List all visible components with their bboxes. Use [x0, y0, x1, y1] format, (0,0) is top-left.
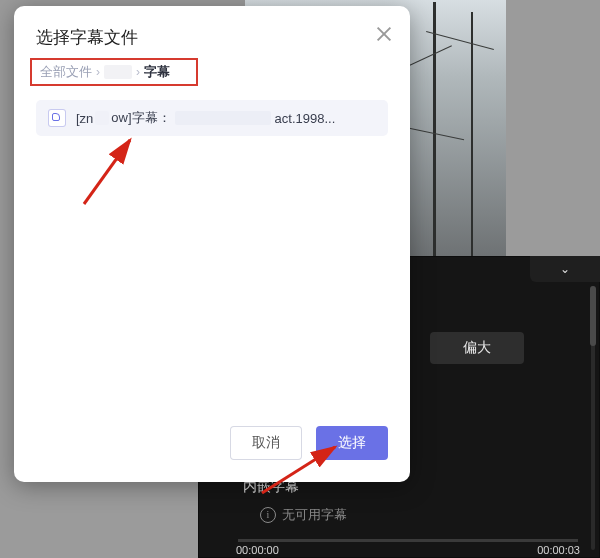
chevron-down-icon: ⌄	[560, 262, 570, 276]
breadcrumb-leaf: 字幕	[144, 63, 170, 81]
timeline-start-label: 00:00:00	[236, 544, 279, 556]
timeline[interactable]: 00:00:00 00:00:03	[238, 528, 578, 552]
chevron-right-icon: ›	[136, 65, 140, 79]
select-label: 选择	[338, 434, 366, 452]
subtitle-file-row[interactable]: [zn ow]字幕： act.1998...	[36, 100, 388, 136]
subtitle-file-icon	[48, 109, 66, 127]
info-icon: i	[260, 507, 276, 523]
select-button[interactable]: 选择	[316, 426, 388, 460]
dialog-title: 选择字幕文件	[36, 26, 138, 49]
breadcrumb-root[interactable]: 全部文件	[40, 63, 92, 81]
font-size-button[interactable]: 偏大	[430, 332, 524, 364]
panel-scrollbar[interactable]	[588, 286, 598, 550]
no-subtitle-row: i 无可用字幕	[260, 506, 347, 524]
cancel-button[interactable]: 取消	[230, 426, 302, 460]
breadcrumb-item-masked[interactable]	[104, 65, 132, 79]
panel-collapse-button[interactable]: ⌄	[530, 256, 600, 282]
timeline-track[interactable]	[238, 539, 578, 542]
chevron-right-icon: ›	[96, 65, 100, 79]
select-subtitle-dialog: 选择字幕文件 全部文件 › › 字幕 [zn ow]字幕： act.1998..…	[14, 6, 410, 482]
subtitle-file-name: [zn ow]字幕： act.1998...	[76, 109, 335, 127]
breadcrumb[interactable]: 全部文件 › › 字幕	[30, 58, 198, 86]
close-icon[interactable]	[374, 24, 394, 44]
timeline-end-label: 00:00:03	[537, 544, 580, 556]
cancel-label: 取消	[252, 434, 280, 452]
font-size-label: 偏大	[463, 339, 491, 357]
no-subtitle-text: 无可用字幕	[282, 506, 347, 524]
